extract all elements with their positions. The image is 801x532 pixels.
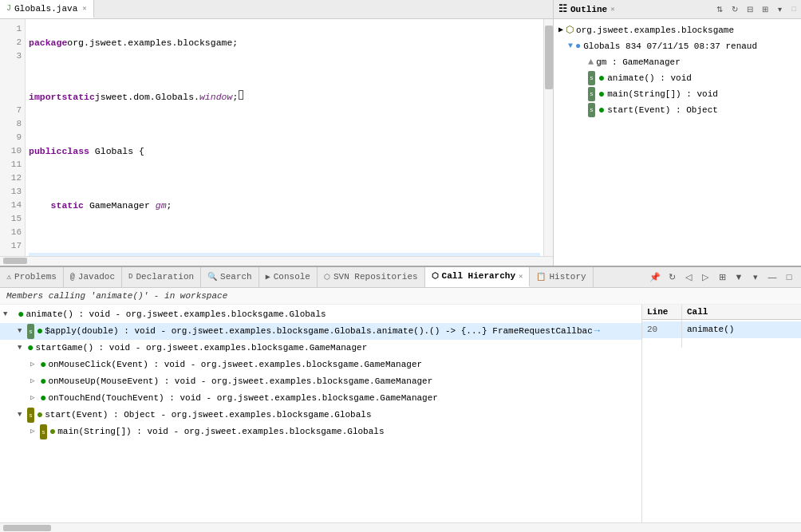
bottom-minimize-btn[interactable]: —	[765, 270, 779, 284]
dot-start: ●	[37, 409, 43, 420]
editor-tab-bar: J Globals.java ✕	[0, 0, 553, 19]
outline-settings-btn[interactable]: ▾	[774, 3, 787, 16]
main-icon: ●	[598, 89, 605, 100]
ch-refresh-btn[interactable]: ↻	[665, 270, 679, 284]
bottom-pane: ⚠ Problems @ Javadoc D Declaration 🔍 Sea…	[0, 266, 801, 533]
ch-call-1: animate()	[682, 321, 801, 338]
svn-icon: ⬡	[324, 273, 330, 282]
problems-icon: ⚠	[6, 272, 11, 282]
declaration-icon: D	[128, 273, 132, 281]
field-icon: ▲	[588, 55, 594, 69]
ch-menu-btn[interactable]: ▾	[748, 270, 763, 284]
outline-gm-label: gm : GameManager	[596, 55, 681, 69]
ch-expand-btn[interactable]: ▼	[732, 270, 746, 284]
class-icon: ●	[575, 39, 581, 53]
ch-pin-btn[interactable]: 📌	[648, 270, 662, 284]
call-hierarchy-content: Members calling 'animate()' - in workspa…	[0, 288, 801, 523]
outline-icon: ☷	[558, 3, 567, 15]
expand-icon-0: ▼	[3, 307, 11, 322]
editor-scroll-thumb[interactable]	[545, 26, 553, 89]
ch-row-main[interactable]: ▷ s ● main(String[]) : void - org.jsweet…	[0, 424, 641, 440]
ch-call-7	[682, 346, 801, 348]
tab-search-label: Search	[220, 272, 252, 282]
outline-row-pkg[interactable]: ▶ ⬡ org.jsweet.examples.blocksgame	[555, 22, 799, 38]
console-icon: ▶	[266, 272, 270, 282]
tab-declaration-label: Declaration	[136, 272, 194, 282]
badge-s-start: s	[27, 408, 34, 423]
ch-row-onmouseup[interactable]: ▷ ● onMouseUp(MouseEvent) : void - org.j…	[0, 373, 641, 390]
tab-problems[interactable]: ⚠ Problems	[0, 267, 64, 287]
tab-svn[interactable]: ⬡ SVN Repositories	[318, 267, 425, 287]
outline-collapse-btn[interactable]: ⊟	[744, 3, 756, 16]
ch-line-7	[642, 346, 682, 348]
dot-main: ●	[49, 426, 56, 437]
outline-collapse-right: □	[792, 6, 796, 14]
ch-row-start[interactable]: ▼ s ● start(Event) : Object - org.jsweet…	[0, 407, 641, 424]
ch-row-animate-root[interactable]: ▼ ● animate() : void - org.jsweet.exampl…	[0, 306, 641, 323]
outline-sort-btn[interactable]: ⇅	[713, 3, 726, 16]
expand-icon-4: ▷	[30, 374, 38, 389]
bottom-toolbar: 📌 ↻ ◁ ▷ ⊞ ▼ ▾ — □	[643, 270, 801, 284]
tab-console-label: Console	[274, 272, 310, 282]
editor-content: 1 2 3 4 5 6 7 8 9 10 11 12 13 14 15 16 1…	[0, 19, 553, 256]
ch-body: ▼ ● animate() : void - org.jsweet.exampl…	[0, 305, 801, 523]
method-icon: ●	[598, 73, 605, 84]
editor-hscrollbar[interactable]	[0, 256, 553, 266]
ch-row-startgame[interactable]: ▼ ● startGame() : void - org.jsweet.exam…	[0, 340, 641, 357]
code-line-1: package org.jsweet.examples.blocksgame;	[29, 36, 540, 49]
tab-close-icon[interactable]: ✕	[82, 4, 86, 13]
ch-callees-btn[interactable]: ▷	[698, 270, 712, 284]
outline-menu-icon: ✕	[610, 5, 614, 14]
tab-history[interactable]: 📋 History	[530, 267, 593, 287]
tab-javadoc[interactable]: @ Javadoc	[64, 267, 122, 287]
ch-row-apply[interactable]: ▼ s ● $apply(double) : void - org.jsweet…	[0, 323, 641, 340]
tab-call-hierarchy[interactable]: ⬡ Call Hierarchy ✕	[425, 267, 531, 287]
editor-hscroll-thumb[interactable]	[3, 258, 27, 264]
ch-label-main: main(String[]) : void - org.jsweet.examp…	[57, 424, 384, 439]
ch-arrow-apply: →	[594, 324, 600, 339]
tab-history-label: History	[549, 272, 586, 282]
call-hierarchy-tab-close[interactable]: ✕	[519, 272, 523, 281]
code-line-7	[29, 117, 540, 131]
outline-row-gm[interactable]: ▲ gm : GameManager	[555, 54, 799, 70]
ch-col-call-header: Call	[682, 305, 801, 319]
tab-declaration[interactable]: D Declaration	[122, 267, 201, 287]
pkg-icon: ⬡	[566, 23, 574, 37]
outline-row-globals[interactable]: ▼ ● Globals 834 07/11/15 08:37 renaud	[555, 38, 799, 54]
outline-toolbar: ⇅ ↻ ⊟ ⊞ ▾ □	[713, 3, 796, 16]
ch-columns-panel: Line Call 20 animate()	[641, 305, 801, 523]
dot-onmouseup: ●	[40, 376, 46, 387]
outline-panel: ☷ Outline ✕ ⇅ ↻ ⊟ ⊞ ▾ □ ▶ ⬡ org.jsweet.e…	[554, 0, 801, 266]
outline-main-label: main(String[]) : void	[607, 87, 718, 101]
expand-icon-1: ▼	[18, 324, 26, 339]
ch-row-onclick[interactable]: ▷ ● onMouseClick(Event) : void - org.jsw…	[0, 357, 641, 373]
line-numbers: 1 2 3 4 5 6 7 8 9 10 11 12 13 14 15 16 1…	[0, 19, 26, 256]
code-line-2	[29, 63, 540, 77]
bottom-hscroll-thumb[interactable]	[3, 525, 51, 531]
outline-row-start[interactable]: s ● start(Event) : Object	[555, 102, 799, 118]
main-badge: s	[588, 87, 595, 101]
method-s-badge: s	[588, 71, 595, 85]
tab-console[interactable]: ▶ Console	[259, 267, 318, 287]
ch-row-ontouchend[interactable]: ▷ ● onTouchEnd(TouchEvent) : void - org.…	[0, 390, 641, 407]
code-line-3: import static jsweet.dom.Globals.window;	[29, 90, 540, 104]
bottom-maximize-btn[interactable]: □	[782, 270, 796, 284]
code-editor[interactable]: package org.jsweet.examples.blocksgame; …	[26, 19, 543, 256]
expand-icon-2: ▼	[18, 341, 26, 356]
editor-scrollbar[interactable]	[543, 19, 553, 256]
outline-sync-btn[interactable]: ↻	[728, 3, 741, 16]
outline-row-main[interactable]: s ● main(String[]) : void	[555, 86, 799, 102]
bottom-hscrollbar[interactable]	[0, 522, 801, 532]
editor-tab-globals[interactable]: J Globals.java ✕	[0, 0, 94, 18]
ch-layout-btn[interactable]: ⊞	[715, 270, 729, 284]
outline-row-animate[interactable]: s ● animate() : void	[555, 70, 799, 86]
code-line-12: public static void animate() {	[29, 253, 540, 256]
outline-header: ☷ Outline ✕ ⇅ ↻ ⊟ ⊞ ▾ □	[554, 0, 801, 19]
outline-filter-btn[interactable]: ⊞	[759, 3, 771, 16]
ch-callers-btn[interactable]: ◁	[681, 270, 696, 284]
ch-label-start: start(Event) : Object - org.jsweet.examp…	[45, 408, 371, 423]
code-line-10: static GameManager gm;	[29, 199, 540, 212]
ch-tree[interactable]: ▼ ● animate() : void - org.jsweet.exampl…	[0, 305, 641, 523]
code-line-8: public class Globals {	[29, 144, 540, 158]
tab-search[interactable]: 🔍 Search	[201, 267, 259, 287]
